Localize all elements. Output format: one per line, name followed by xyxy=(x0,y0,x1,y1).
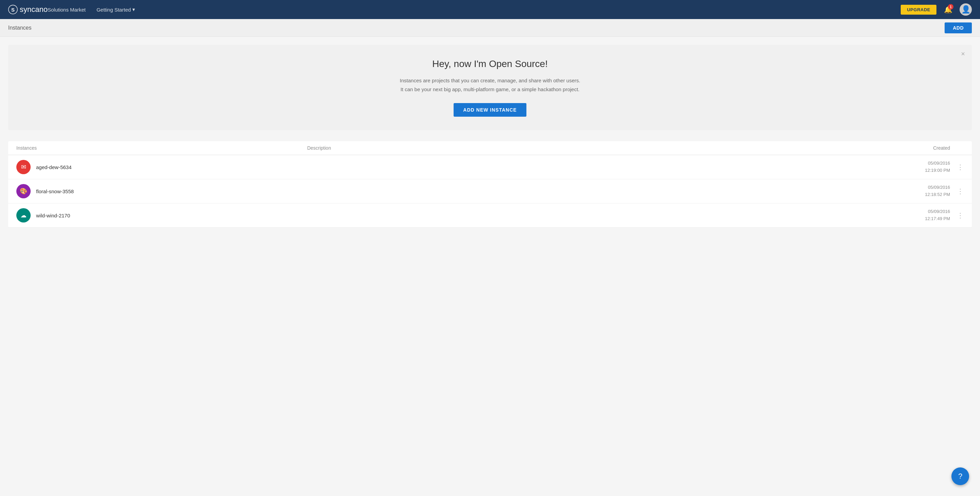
add-new-instance-button[interactable]: ADD NEW INSTANCE xyxy=(453,103,526,117)
navbar-right: UPGRADE 🔔 1 👤 xyxy=(901,3,972,16)
upgrade-button[interactable]: UPGRADE xyxy=(901,5,937,14)
instance-name-cell: ✉ aged-dew-5634 xyxy=(16,160,307,174)
notification-button[interactable]: 🔔 1 xyxy=(942,3,954,16)
navbar: S syncano Solutions Market Getting Start… xyxy=(0,0,980,19)
table-row[interactable]: ☁ wild-wind-2170 05/09/2016 12:17:49 PM … xyxy=(8,203,972,227)
instance-icon-3: ☁ xyxy=(16,208,30,223)
instance-menu-1[interactable]: ⋮ xyxy=(950,163,964,171)
instance-name-cell: 🎨 floral-snow-3558 xyxy=(16,184,307,198)
col-description: Description xyxy=(307,145,889,151)
avatar-icon: 👤 xyxy=(961,5,970,14)
promo-description: Instances are projects that you can crea… xyxy=(16,76,964,94)
instance-date-3: 05/09/2016 12:17:49 PM xyxy=(889,208,950,223)
nav-getting-started[interactable]: Getting Started ▾ xyxy=(97,6,135,13)
instance-date-1: 05/09/2016 12:19:00 PM xyxy=(889,160,950,174)
instances-table: Instances Description Created ✉ aged-dew… xyxy=(8,141,972,227)
avatar[interactable]: 👤 xyxy=(959,3,972,16)
instance-icon-2: 🎨 xyxy=(16,184,30,198)
main-content: × Hey, now I'm Open Source! Instances ar… xyxy=(0,37,980,236)
notification-badge: 1 xyxy=(948,4,953,10)
subheader: Instances ADD xyxy=(0,19,980,37)
col-created: Created xyxy=(889,145,950,151)
promo-card: × Hey, now I'm Open Source! Instances ar… xyxy=(8,45,972,130)
instance-name-2: floral-snow-3558 xyxy=(36,188,74,194)
nav-solutions-market[interactable]: Solutions Market xyxy=(48,7,86,13)
instance-date-2: 05/09/2016 12:18:52 PM xyxy=(889,184,950,198)
svg-text:S: S xyxy=(11,7,14,13)
instance-name-cell: ☁ wild-wind-2170 xyxy=(16,208,307,223)
nav-links: Solutions Market Getting Started ▾ xyxy=(48,6,901,13)
logo-text: syncano xyxy=(20,5,48,14)
instance-menu-3[interactable]: ⋮ xyxy=(950,211,964,219)
promo-close-button[interactable]: × xyxy=(961,50,965,57)
instance-icon-1: ✉ xyxy=(16,160,30,174)
table-header: Instances Description Created xyxy=(8,141,972,155)
chevron-down-icon: ▾ xyxy=(132,6,135,13)
logo[interactable]: S syncano xyxy=(8,5,48,14)
add-instance-button[interactable]: ADD xyxy=(945,22,972,33)
instance-name-3: wild-wind-2170 xyxy=(36,213,70,218)
table-row[interactable]: 🎨 floral-snow-3558 05/09/2016 12:18:52 P… xyxy=(8,179,972,203)
col-instances: Instances xyxy=(16,145,307,151)
page-title: Instances xyxy=(8,25,31,31)
instance-menu-2[interactable]: ⋮ xyxy=(950,187,964,195)
instance-name-1: aged-dew-5634 xyxy=(36,164,72,170)
promo-title: Hey, now I'm Open Source! xyxy=(16,59,964,69)
table-row[interactable]: ✉ aged-dew-5634 05/09/2016 12:19:00 PM ⋮ xyxy=(8,155,972,179)
